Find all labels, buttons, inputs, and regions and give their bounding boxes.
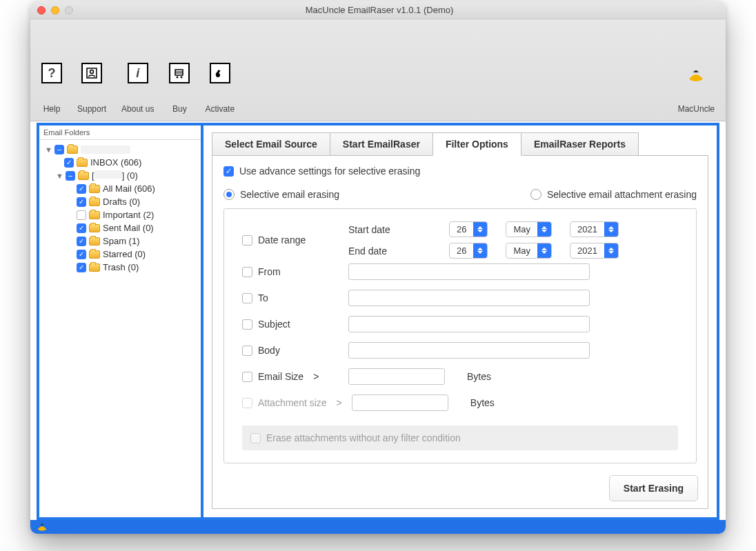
zoom-window-button[interactable]: [65, 6, 73, 14]
close-window-button[interactable]: [37, 6, 46, 14]
attachment-size-checkbox: [242, 398, 252, 408]
tab-filter-options[interactable]: Filter Options: [432, 132, 521, 156]
toolbar-help[interactable]: ? Help: [41, 63, 62, 121]
tree-important[interactable]: Important (2): [43, 208, 201, 221]
subject-input[interactable]: [348, 316, 590, 332]
brand: MacUncle: [678, 67, 715, 121]
cart-icon: [169, 63, 190, 83]
folder-icon: [89, 250, 100, 259]
toolbar-about-label: About us: [121, 104, 154, 114]
tree-starred[interactable]: ✓ Starred (0): [43, 248, 201, 261]
toolbar-help-label: Help: [43, 104, 61, 114]
folder-icon: [67, 146, 78, 154]
gt-symbol: >: [337, 397, 342, 408]
email-size-checkbox[interactable]: [242, 372, 252, 382]
to-checkbox[interactable]: [242, 293, 252, 303]
tree-root[interactable]: ▼ –: [43, 143, 201, 156]
stepper-icon: [473, 222, 487, 237]
selective-email-label: Selective email erasing: [240, 189, 339, 200]
folder-label: INBOX (606): [90, 157, 141, 168]
tab-select-source[interactable]: Select Email Source: [212, 132, 330, 156]
svg-rect-2: [175, 70, 183, 75]
checkbox[interactable]: ✓: [64, 158, 74, 168]
bytes-label: Bytes: [470, 397, 495, 408]
start-day-select[interactable]: 26: [449, 221, 488, 237]
folder-icon: [89, 237, 100, 246]
folder-icon: [89, 211, 100, 219]
start-erasing-button[interactable]: Start Erasing: [609, 475, 698, 501]
key-icon: [210, 63, 230, 83]
help-icon: ?: [41, 63, 62, 83]
tree-trash[interactable]: ✓ Trash (0): [43, 261, 201, 274]
start-year-select[interactable]: 2021: [570, 221, 619, 237]
body-checkbox[interactable]: [242, 345, 252, 356]
folder-icon: [78, 172, 89, 180]
brand-icon: [686, 67, 706, 83]
advance-settings-label: Use advance settings for selective erasi…: [239, 166, 420, 177]
from-input[interactable]: [348, 263, 590, 280]
end-day-select[interactable]: 26: [449, 243, 488, 259]
svg-point-6: [181, 77, 183, 79]
end-month-select[interactable]: May: [506, 243, 552, 259]
account-name-redacted: [81, 146, 130, 154]
email-size-label: Email Size: [258, 371, 304, 382]
checkbox[interactable]: ✓: [77, 197, 86, 207]
folder-icon: [89, 198, 100, 206]
from-row: From: [242, 259, 678, 285]
brand-icon: [36, 521, 48, 532]
checkbox[interactable]: [77, 210, 86, 220]
toolbar-about[interactable]: i About us: [121, 63, 154, 121]
body-input[interactable]: [348, 342, 590, 359]
email-size-input[interactable]: [348, 368, 445, 385]
disclosure-icon[interactable]: ▼: [56, 172, 63, 180]
subject-label: Subject: [258, 319, 290, 330]
content: Email Folders ▼ – ✓ INBOX (606) ▼ –: [37, 123, 719, 520]
stepper-icon: [537, 243, 551, 258]
toolbar-support[interactable]: Support: [77, 63, 106, 121]
checkbox[interactable]: –: [54, 145, 64, 154]
titlebar: MacUncle EmailRaser v1.0.1 (Demo): [30, 1, 726, 19]
stepper-icon: [473, 243, 487, 258]
subject-checkbox[interactable]: [242, 319, 252, 330]
tree-drafts[interactable]: ✓ Drafts (0): [43, 195, 201, 208]
start-month-select[interactable]: May: [506, 221, 552, 237]
app-window: MacUncle EmailRaser v1.0.1 (Demo) ? Help…: [30, 1, 726, 534]
selective-email-radio[interactable]: [223, 189, 235, 200]
folder-icon: [89, 263, 100, 272]
tab-reports[interactable]: EmailRaser Reports: [521, 132, 639, 156]
checkbox[interactable]: –: [66, 171, 75, 181]
advance-settings-checkbox[interactable]: ✓: [223, 166, 234, 177]
folder-icon: [89, 224, 100, 232]
subject-row: Subject: [242, 311, 678, 337]
email-size-row: Email Size> Bytes: [242, 363, 678, 390]
from-checkbox[interactable]: [242, 267, 252, 277]
attachment-size-input: [352, 394, 448, 411]
selective-attachment-radio[interactable]: [530, 189, 541, 200]
folder-label: All Mail (606): [103, 183, 155, 194]
toolbar-buy[interactable]: Buy: [169, 63, 190, 121]
window-title: MacUncle EmailRaser v1.0.1 (Demo): [73, 5, 686, 15]
attachment-size-label: Attachment size: [258, 397, 327, 408]
checkbox[interactable]: ✓: [77, 223, 86, 233]
tree-inbox[interactable]: ✓ INBOX (606): [43, 156, 201, 169]
end-year-select[interactable]: 2021: [570, 243, 619, 259]
tab-start-emailraser[interactable]: Start EmailRaser: [330, 132, 433, 156]
tree-sent[interactable]: ✓ Sent Mail (0): [43, 221, 201, 234]
checkbox[interactable]: ✓: [77, 250, 86, 259]
selective-attachment-label: Selective email attachment erasing: [547, 189, 697, 200]
mode-row: Selective email erasing Selective email …: [223, 189, 697, 200]
checkbox[interactable]: ✓: [77, 184, 86, 194]
toolbar-activate[interactable]: Activate: [205, 63, 235, 121]
checkbox[interactable]: ✓: [77, 237, 86, 246]
date-range-checkbox[interactable]: [242, 235, 252, 246]
minimize-window-button[interactable]: [51, 6, 59, 14]
svg-point-5: [177, 77, 179, 79]
checkbox[interactable]: ✓: [77, 263, 86, 272]
tree-spam[interactable]: ✓ Spam (1): [43, 234, 201, 248]
tree-allmail[interactable]: ✓ All Mail (606): [43, 182, 201, 195]
disclosure-icon[interactable]: ▼: [45, 146, 52, 154]
to-input[interactable]: [348, 290, 590, 306]
folder-icon: [77, 159, 88, 167]
toolbar-buy-label: Buy: [172, 104, 187, 114]
tree-gmail[interactable]: ▼ – [] (0): [43, 169, 201, 182]
